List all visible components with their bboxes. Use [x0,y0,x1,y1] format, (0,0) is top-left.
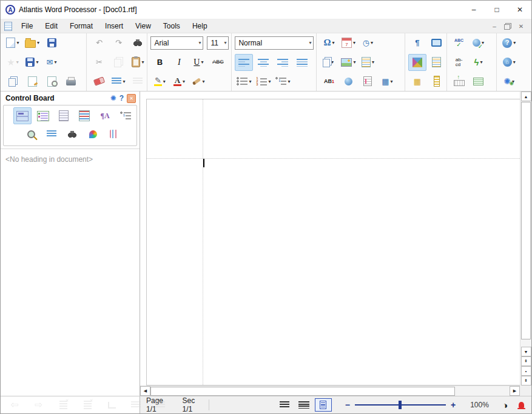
strikethrough[interactable]: ABC [209,54,227,71]
highlighter-dropdown-icon[interactable]: ▾ [163,79,166,84]
spellcheck[interactable]: ABC [450,35,468,52]
bold[interactable]: B [150,54,169,71]
draft-view-button[interactable] [276,398,293,412]
headings-pane[interactable] [13,107,32,124]
insert-file-dropdown-icon[interactable]: ▾ [331,59,334,65]
formatting-marks[interactable]: ¶ [408,35,426,52]
next-page-button[interactable]: ⇟ [521,376,531,386]
bulleted-list[interactable]: ▾ [235,73,253,90]
power-type[interactable]: ϟ▾ [470,54,488,71]
notification-bell-icon[interactable] [519,402,524,408]
insert-symbol-dropdown-icon[interactable]: ▾ [332,40,334,45]
menu-file[interactable]: File [15,19,39,33]
highlighter[interactable]: ✎▾ [150,73,169,90]
atlantis-web-dropdown-icon[interactable]: ▾ [513,59,516,65]
font-color[interactable]: A▾ [170,73,188,90]
open-document[interactable]: ▾ [23,35,41,52]
underline[interactable]: U▾ [189,54,207,71]
help-dropdown-icon[interactable]: ▾ [513,40,516,45]
insert-picture-dropdown-icon[interactable]: ▾ [353,59,355,65]
scroll-down-button[interactable]: ▼ [521,347,531,356]
insert-date[interactable]: 7▾ [339,35,357,52]
paste-dropdown-icon[interactable]: ▾ [141,59,144,65]
format-painter-dropdown-icon[interactable]: ▾ [202,79,204,84]
control-board-toggle[interactable] [408,54,426,71]
table-autoformat[interactable]: ▦ [408,73,426,90]
menu-view[interactable]: View [129,19,157,33]
open-document-dropdown-icon[interactable]: ▾ [37,40,39,45]
font-name-combo-dropdown-icon[interactable]: ▾ [198,40,201,45]
align-center[interactable] [254,54,272,71]
style-combo[interactable]: Normal▾ [235,36,314,50]
menu-tools[interactable]: Tools [157,19,186,33]
insert-hyperlink[interactable] [339,73,357,90]
send-mail-dropdown-icon[interactable]: ▾ [54,59,56,65]
control-board-settings-icon[interactable]: ✺ [110,94,116,102]
full-screen[interactable] [428,35,446,52]
save-special-dropdown-icon[interactable]: ▾ [36,59,38,65]
insert-date-dropdown-icon[interactable]: ▾ [353,40,355,45]
send-mail[interactable]: ✉▾ [42,54,61,71]
search-pane[interactable] [63,125,81,142]
document-system-icon[interactable] [4,22,12,31]
art-pane[interactable] [84,125,102,142]
new-document[interactable]: ▾ [4,35,22,52]
zoom-pane[interactable] [22,125,40,142]
close-button[interactable]: ✕ [508,1,531,19]
insert-symbol[interactable]: Ω▾ [320,35,338,52]
insert-text-block[interactable]: ▾ [359,54,377,71]
clipboard-panel[interactable] [428,54,446,71]
control-board-help-icon[interactable]: ? [120,94,124,102]
menu-format[interactable]: Format [64,19,99,33]
insert-bookmark[interactable] [359,73,377,90]
print-preview[interactable] [42,73,61,90]
online-view-button[interactable] [295,398,312,412]
insert-table-dropdown-icon[interactable]: ▾ [391,79,393,84]
numbered-list-dropdown-icon[interactable]: ▾ [268,79,271,84]
insert-footnote[interactable]: AB [320,73,338,90]
insert-time-dropdown-icon[interactable]: ▾ [371,40,373,45]
font-color-dropdown-icon[interactable]: ▾ [183,79,185,84]
insert-time[interactable]: ◷▾ [359,35,377,52]
insert-table[interactable]: ▦▾ [378,73,396,90]
document-page[interactable] [140,92,520,386]
formatting-pane[interactable] [75,107,93,124]
contrast-toggle-icon[interactable]: ◑ [502,400,508,410]
menu-edit[interactable]: Edit [39,19,64,33]
hyphenation[interactable]: ab- cd [450,54,468,71]
style-combo-dropdown-icon[interactable]: ▾ [309,40,311,45]
menu-insert[interactable]: Insert [99,19,129,33]
insert-text-block-dropdown-icon[interactable]: ▾ [372,59,374,65]
keyboard-layout[interactable] [450,73,468,90]
help[interactable]: ?▾ [500,35,518,52]
clips-pane[interactable] [104,125,123,142]
outline-pane[interactable] [116,107,135,124]
align-right[interactable] [274,54,292,71]
fonts-pane[interactable]: ¶A [96,107,114,124]
numbered-list[interactable]: ▾ [254,73,272,90]
multilevel-list[interactable]: ▾ [274,73,292,90]
vertical-scrollbar[interactable]: ▲ ▼ ⇞ • ⇟ [520,92,531,386]
clipboard-pane[interactable] [55,107,73,124]
scroll-left-button[interactable]: ◀ [140,386,150,396]
language[interactable]: ▾ [470,35,488,52]
mdi-restore-button[interactable] [501,21,514,32]
zoom-out-button[interactable]: − [340,400,355,410]
scroll-right-button[interactable]: ▶ [510,386,520,396]
bulleted-list-dropdown-icon[interactable]: ▾ [249,79,251,84]
new-document-dropdown-icon[interactable]: ▾ [16,40,19,45]
paste[interactable]: ▾ [129,54,147,71]
paragraph-presets[interactable]: ▾ [109,73,127,90]
paragraph-presets-dropdown-icon[interactable]: ▾ [123,79,125,84]
vertical-scroll-thumb[interactable] [521,102,531,339]
clone-document[interactable] [4,73,22,90]
page-layout-view-button[interactable] [315,398,332,412]
menu-help[interactable]: Help [186,19,214,33]
mdi-minimize-button[interactable]: – [488,21,501,32]
format-painter[interactable]: ▾ [189,73,207,90]
insert-picture[interactable]: ▾ [339,54,357,71]
options[interactable]: ✺▾ [500,73,518,90]
save-special[interactable]: ▾ [23,54,41,71]
eraser[interactable] [90,73,108,90]
power-type-dropdown-icon[interactable]: ▾ [480,59,483,65]
